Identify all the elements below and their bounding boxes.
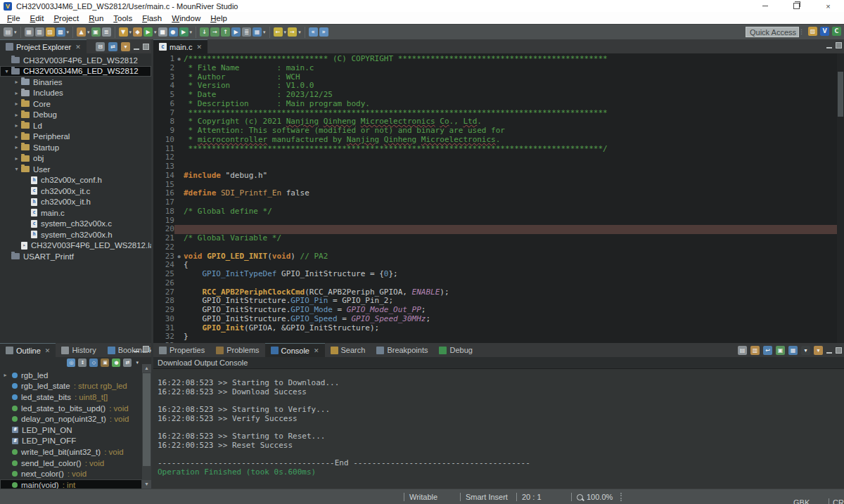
outline-scrollbar-thumb[interactable] <box>143 373 151 466</box>
close-tab-icon[interactable]: ✕ <box>75 44 81 51</box>
tab-outline[interactable]: Outline✕ <box>0 343 56 357</box>
code-line-11[interactable]: 11 *************************************… <box>153 145 837 154</box>
tab-main-c[interactable]: cmain.c✕ <box>153 39 207 53</box>
scroll-up-icon[interactable]: ▲ <box>142 364 151 373</box>
run-button[interactable]: ▶▾ <box>143 27 157 37</box>
display-selected-icon[interactable]: ▾ <box>801 346 810 355</box>
tree-item-ch32v003f4p6-led-ws2812-launch[interactable]: ▸CH32V003F4P6_LED_WS2812.launch <box>0 240 151 252</box>
minimize-panel-icon[interactable] <box>134 351 139 352</box>
expander-open-icon[interactable]: ▾ <box>13 166 20 172</box>
memory-view-button[interactable]: ▦▾ <box>252 27 266 37</box>
close-tab-icon[interactable]: ✕ <box>196 44 202 51</box>
expander-closed-icon[interactable]: ▸ <box>13 112 20 118</box>
code-line-12[interactable]: 12 <box>153 153 837 162</box>
step-over-button[interactable]: → <box>210 27 219 37</box>
hide-non-public-icon[interactable]: ● <box>112 358 120 367</box>
code-line-23[interactable]: 23●void GPIO_LED_INIT(void) // PA2 <box>153 252 837 261</box>
menu-edit[interactable]: Edit <box>25 14 49 22</box>
forward-button[interactable]: →▾ <box>288 27 301 37</box>
tree-item-binaries[interactable]: ▸Binaries <box>0 77 151 88</box>
close-tab-icon[interactable]: ✕ <box>45 347 51 354</box>
minimize-editor-icon[interactable] <box>826 47 832 49</box>
restore-button[interactable] <box>781 0 812 12</box>
tree-item-debug[interactable]: ▸Debug <box>0 110 151 121</box>
menu-run[interactable]: Run <box>84 14 108 22</box>
maximize-panel-icon[interactable] <box>143 346 149 352</box>
forward-dropdown-icon[interactable]: ▾ <box>298 30 301 35</box>
maximize-panel-icon[interactable] <box>836 347 842 354</box>
code-line-19[interactable]: 19 <box>153 217 837 226</box>
save-button[interactable]: ▦ <box>25 27 34 37</box>
fold-marker-icon[interactable]: ● <box>174 252 184 261</box>
step-return-button[interactable]: ↑ <box>221 27 230 37</box>
new-wizard-button[interactable]: ▤▾ <box>4 27 17 37</box>
expander-closed-icon[interactable]: ▸ <box>13 155 20 162</box>
tree-item-startup[interactable]: ▸Startup <box>0 142 151 153</box>
open-console-icon[interactable]: ▾ <box>814 346 823 355</box>
pin-console-icon[interactable]: ▥ <box>750 346 760 355</box>
new-wizard-dropdown-icon[interactable]: ▾ <box>14 30 17 35</box>
debug-button[interactable]: ▶▾ <box>179 27 193 37</box>
minimize-panel-icon[interactable] <box>826 352 832 354</box>
step-into-button[interactable]: ↓ <box>200 27 209 37</box>
encoding-status[interactable]: GBK <box>793 498 810 504</box>
console-output[interactable]: 16:22:08:523 >> Starting to Download...1… <box>158 370 844 489</box>
outline-item-delay-on-nop-uint32-t[interactable]: delay_on_nop(uint32_t) : void <box>0 413 142 425</box>
back-dropdown-icon[interactable]: ▾ <box>284 30 287 35</box>
maximize-editor-icon[interactable] <box>836 42 842 49</box>
code-area[interactable]: 1●/****************************** (C) CO… <box>153 53 837 343</box>
menu-flash[interactable]: Flash <box>137 14 167 22</box>
quick-access-box[interactable]: Quick Access <box>746 27 799 37</box>
tree-item-user[interactable]: ▾User <box>0 164 151 175</box>
run-dropdown-icon[interactable]: ▾ <box>154 30 157 35</box>
code-line-14[interactable]: 14#include "debug.h" <box>153 172 837 181</box>
scroll-lock-icon[interactable]: ▦ <box>788 346 798 355</box>
expander-closed-icon[interactable]: ▸ <box>13 90 20 96</box>
tree-item-ch32v00x-conf-h[interactable]: hch32v00x_conf.h <box>0 175 151 186</box>
code-line-25[interactable]: 25 GPIO_InitTypeDef GPIO_InitStructure =… <box>153 270 837 279</box>
outline-view-menu-icon[interactable]: ▾ <box>136 360 139 366</box>
tree-item-ld[interactable]: ▸Ld <box>0 120 151 131</box>
link-with-editor-icon[interactable]: ⇄ <box>123 358 132 367</box>
back-button[interactable]: ←▾ <box>274 27 287 37</box>
expander-closed-icon[interactable]: ▸ <box>2 372 8 378</box>
line-ending-status[interactable]: CRL <box>833 498 844 504</box>
run-to-line-button[interactable]: ▶ <box>231 27 241 37</box>
tab-console[interactable]: Console✕ <box>265 343 325 357</box>
save-all-button[interactable]: ▥ <box>35 27 44 37</box>
collapse-all-icon[interactable]: ⊟ <box>96 42 105 51</box>
code-line-21[interactable]: 21/* Global Variable */ <box>153 234 837 243</box>
code-line-31[interactable]: 31 GPIO_Init(GPIOA, &GPIO_InitStructure)… <box>153 324 837 333</box>
mounriver-perspective-icon[interactable]: V <box>820 27 829 36</box>
next-edit-button[interactable]: » <box>319 27 328 37</box>
tree-item-core[interactable]: ▸Core <box>0 98 151 110</box>
expander-closed-icon[interactable]: ▸ <box>13 101 20 107</box>
tab-properties[interactable]: Properties <box>153 343 210 357</box>
download-dropdown-icon[interactable]: ▾ <box>129 30 132 35</box>
menu-file[interactable]: File <box>2 14 25 22</box>
menu-window[interactable]: Window <box>167 14 205 22</box>
code-line-32[interactable]: 32} <box>153 332 837 342</box>
expander-closed-icon[interactable]: ▸ <box>13 144 20 150</box>
tree-item-system-ch32v00x-c[interactable]: csystem_ch32v00x.c <box>0 219 151 230</box>
expander-closed-icon[interactable]: ▸ <box>13 134 20 140</box>
focus-icon[interactable]: ◎ <box>67 358 75 367</box>
link-with-editor-icon[interactable]: ⇄ <box>108 42 117 51</box>
outline-scrollbar[interactable]: ▲ ▼ <box>142 364 151 489</box>
outline-item-rgb-led-state[interactable]: rgb_led_state : struct rgb_led <box>0 381 142 392</box>
open-resource-dropdown-icon[interactable]: ▾ <box>67 30 70 35</box>
view-menu-icon[interactable]: ▾ <box>121 42 130 51</box>
editor-scrollbar-thumb[interactable] <box>838 72 843 117</box>
clean-button[interactable]: ≡ <box>102 27 111 37</box>
memory-view-dropdown-icon[interactable]: ▾ <box>263 30 266 35</box>
open-perspective-icon[interactable]: ▨ <box>808 27 817 36</box>
close-button[interactable]: × <box>812 0 844 12</box>
tree-item-main-c[interactable]: cmain.c <box>0 207 151 219</box>
expander-closed-icon[interactable]: ▸ <box>13 79 20 85</box>
editor-scrollbar[interactable] <box>837 53 844 343</box>
hide-fields-icon[interactable]: ◇ <box>89 358 98 367</box>
close-tab-icon[interactable]: ✕ <box>314 347 319 354</box>
tab-history[interactable]: History <box>56 343 101 357</box>
open-console-log-icon[interactable]: ▤ <box>738 346 747 355</box>
tree-item-obj[interactable]: ▸obj <box>0 153 151 164</box>
